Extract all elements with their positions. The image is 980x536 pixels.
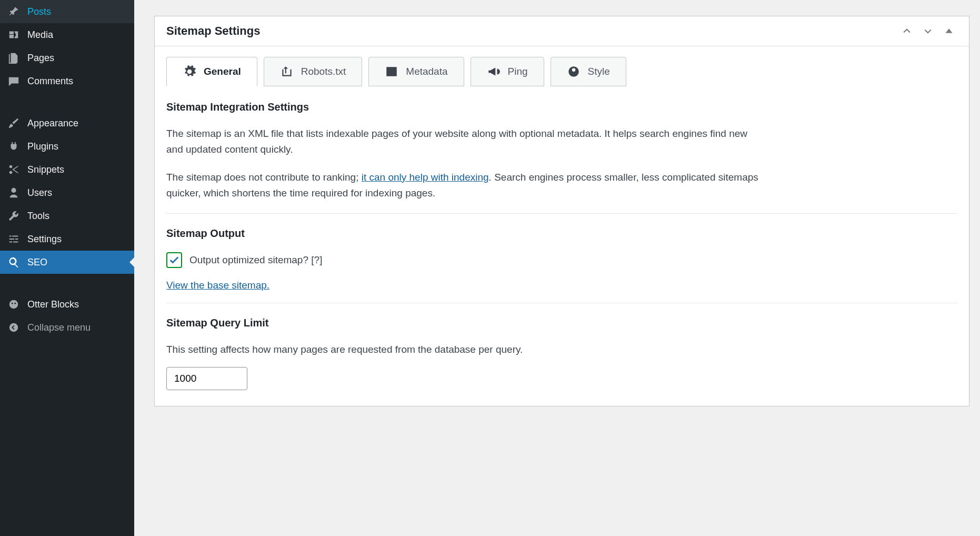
plug-icon bbox=[7, 140, 20, 153]
sidebar-item-label: Appearance bbox=[27, 118, 78, 129]
gear-icon bbox=[183, 65, 196, 78]
search-icon bbox=[7, 256, 20, 269]
divider bbox=[166, 303, 957, 303]
integration-description-2: The sitemap does not contribute to ranki… bbox=[166, 170, 761, 202]
style-icon bbox=[567, 65, 581, 78]
sidebar-item-label: Collapse menu bbox=[27, 322, 91, 333]
otter-icon bbox=[7, 298, 20, 311]
move-down-button[interactable] bbox=[917, 24, 938, 38]
sidebar-item-plugins[interactable]: Plugins bbox=[0, 135, 134, 158]
sidebar-item-otter[interactable]: Otter Blocks bbox=[0, 293, 134, 316]
sidebar-item-label: Users bbox=[27, 187, 52, 198]
sidebar-item-label: Otter Blocks bbox=[27, 299, 79, 310]
svg-point-1 bbox=[12, 303, 13, 304]
tab-ping[interactable]: Ping bbox=[471, 57, 544, 86]
query-limit-input[interactable] bbox=[166, 367, 247, 390]
megaphone-icon bbox=[487, 65, 501, 78]
check-icon bbox=[168, 254, 180, 266]
toggle-button[interactable] bbox=[938, 24, 959, 38]
sidebar-item-label: Media bbox=[27, 29, 53, 41]
tab-robots[interactable]: Robots.txt bbox=[264, 57, 363, 86]
section-query-limit-title: Sitemap Query Limit bbox=[166, 317, 957, 329]
pin-icon bbox=[7, 5, 20, 18]
view-sitemap-link[interactable]: View the base sitemap. bbox=[166, 280, 269, 291]
sidebar-item-label: Plugins bbox=[27, 141, 58, 152]
sidebar-item-posts[interactable]: Posts bbox=[0, 0, 134, 23]
tab-metadata[interactable]: Metadata bbox=[368, 57, 464, 86]
tab-label: Metadata bbox=[406, 66, 447, 77]
sidebar-item-label: Comments bbox=[27, 76, 73, 87]
section-output-title: Sitemap Output bbox=[166, 227, 957, 240]
svg-point-5 bbox=[572, 68, 575, 72]
svg-point-0 bbox=[9, 300, 18, 309]
admin-sidebar: Posts Media Pages Comments Appearance Pl… bbox=[0, 0, 134, 536]
sidebar-item-appearance[interactable]: Appearance bbox=[0, 112, 134, 135]
sliders-icon bbox=[7, 233, 20, 245]
panel-header: Sitemap Settings bbox=[155, 16, 969, 46]
svg-point-3 bbox=[9, 323, 18, 332]
sidebar-item-seo[interactable]: SEO bbox=[0, 251, 134, 274]
sidebar-item-label: Posts bbox=[27, 6, 51, 17]
sidebar-item-pages[interactable]: Pages bbox=[0, 46, 134, 70]
integration-description-1: The sitemap is an XML file that lists in… bbox=[166, 126, 761, 158]
output-optimized-label: Output optimized sitemap? [?] bbox=[189, 254, 322, 266]
panel-title: Sitemap Settings bbox=[166, 24, 896, 38]
collapse-menu[interactable]: Collapse menu bbox=[0, 316, 134, 339]
tab-general[interactable]: General bbox=[166, 57, 257, 86]
sidebar-item-label: Tools bbox=[27, 211, 49, 222]
collapse-icon bbox=[7, 321, 20, 334]
output-optimized-row: Output optimized sitemap? [?] bbox=[166, 252, 957, 268]
settings-panel: Sitemap Settings General Robots.txt Meta… bbox=[154, 16, 969, 406]
tab-label: General bbox=[204, 66, 241, 77]
panel-body: General Robots.txt Metadata Ping Style bbox=[155, 46, 969, 406]
svg-point-2 bbox=[14, 303, 16, 304]
metadata-icon bbox=[385, 65, 398, 78]
query-limit-description: This setting affects how many pages are … bbox=[166, 342, 761, 358]
sidebar-item-settings[interactable]: Settings bbox=[0, 227, 134, 251]
pages-icon bbox=[7, 52, 20, 64]
main-content: Sitemap Settings General Robots.txt Meta… bbox=[134, 0, 980, 536]
tab-style[interactable]: Style bbox=[551, 57, 626, 86]
scissors-icon bbox=[7, 163, 20, 176]
sidebar-item-label: SEO bbox=[27, 257, 47, 268]
indexing-help-link[interactable]: it can only help with indexing bbox=[362, 172, 489, 183]
sidebar-item-snippets[interactable]: Snippets bbox=[0, 158, 134, 181]
sidebar-item-label: Snippets bbox=[27, 164, 64, 175]
section-integration-title: Sitemap Integration Settings bbox=[166, 101, 957, 113]
divider bbox=[166, 213, 957, 214]
view-sitemap-row: View the base sitemap. bbox=[166, 280, 957, 291]
brush-icon bbox=[7, 117, 20, 130]
sidebar-item-label: Settings bbox=[27, 234, 62, 245]
sidebar-item-users[interactable]: Users bbox=[0, 181, 134, 204]
sidebar-item-tools[interactable]: Tools bbox=[0, 204, 134, 227]
sidebar-item-media[interactable]: Media bbox=[0, 23, 134, 46]
sidebar-item-label: Pages bbox=[27, 53, 54, 64]
share-icon bbox=[280, 65, 294, 78]
wrench-icon bbox=[7, 210, 20, 222]
media-icon bbox=[7, 28, 20, 41]
tabs: General Robots.txt Metadata Ping Style bbox=[166, 57, 957, 86]
tab-label: Style bbox=[588, 66, 610, 77]
output-optimized-checkbox[interactable] bbox=[166, 252, 182, 268]
tab-label: Ping bbox=[508, 66, 528, 77]
user-icon bbox=[7, 186, 20, 199]
move-up-button[interactable] bbox=[896, 24, 917, 38]
tab-label: Robots.txt bbox=[301, 66, 346, 77]
comment-icon bbox=[7, 75, 20, 87]
sidebar-item-comments[interactable]: Comments bbox=[0, 70, 134, 93]
